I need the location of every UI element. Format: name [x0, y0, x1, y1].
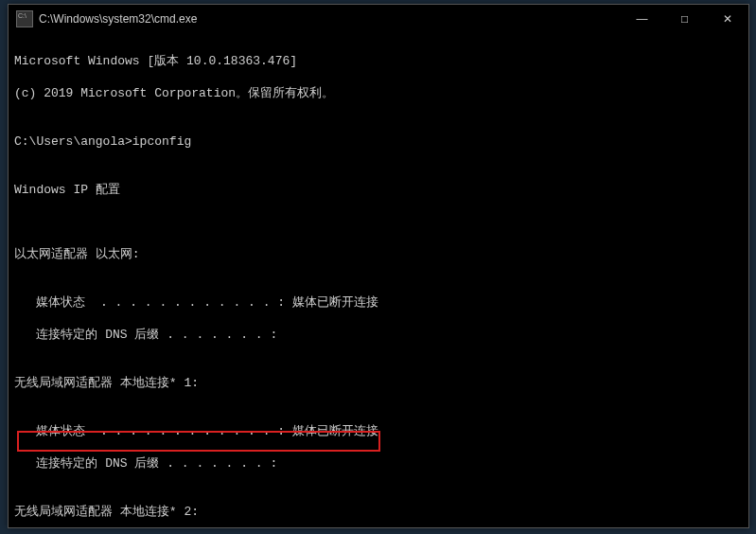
minimize-icon: — — [637, 12, 648, 26]
output-line: Microsoft Windows [版本 10.0.18363.476] — [14, 53, 743, 69]
window-title: C:\Windows\system32\cmd.exe — [39, 12, 621, 26]
output-line: 媒体状态 . . . . . . . . . . . . : 媒体已断开连接 — [14, 423, 743, 439]
maximize-button[interactable]: □ — [663, 5, 706, 33]
cmd-icon — [16, 10, 33, 27]
output-line: 媒体状态 . . . . . . . . . . . . : 媒体已断开连接 — [14, 294, 743, 311]
minimize-button[interactable]: — — [621, 5, 663, 33]
window-controls: — □ ✕ — [621, 5, 748, 33]
output-line: Windows IP 配置 — [14, 182, 743, 198]
output-line: 连接特定的 DNS 后缀 . . . . . . . : — [14, 327, 743, 343]
adapter-heading: 无线局域网适配器 本地连接* 2: — [14, 504, 743, 520]
maximize-icon: □ — [681, 12, 688, 26]
close-icon: ✕ — [723, 12, 732, 26]
adapter-heading: 以太网适配器 以太网: — [14, 246, 743, 262]
cmd-window: C:\Windows\system32\cmd.exe — □ ✕ Micros… — [8, 4, 749, 528]
prompt-line: C:\Users\angola>ipconfig — [14, 134, 743, 150]
output-line: 连接特定的 DNS 后缀 . . . . . . . : — [14, 455, 743, 472]
terminal-output[interactable]: Microsoft Windows [版本 10.0.18363.476] (c… — [9, 33, 748, 527]
close-button[interactable]: ✕ — [706, 5, 748, 33]
adapter-heading: 无线局域网适配器 本地连接* 1: — [14, 375, 743, 391]
output-line: (c) 2019 Microsoft Corporation。保留所有权利。 — [14, 85, 743, 101]
titlebar[interactable]: C:\Windows\system32\cmd.exe — □ ✕ — [9, 5, 748, 33]
